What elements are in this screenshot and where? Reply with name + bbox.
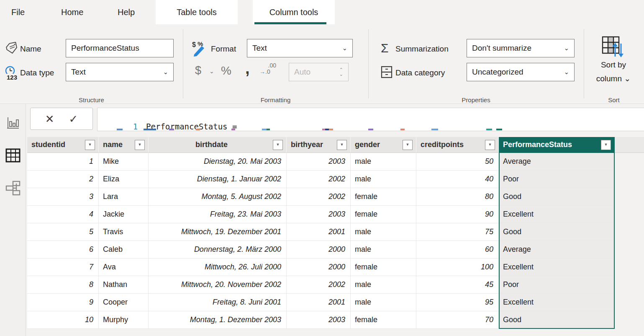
tab-table-tools[interactable]: Table tools [156, 0, 238, 24]
cell-birthyear[interactable]: 2001 [287, 223, 351, 241]
commit-formula-button[interactable]: ✓ [69, 114, 78, 124]
cell-creditpoints[interactable]: 45 [416, 276, 499, 294]
cell-name[interactable]: Jackie [99, 206, 149, 223]
cell-status[interactable]: Excellent [499, 294, 615, 311]
cell-creditpoints[interactable]: 50 [416, 153, 499, 171]
column-header-birthyear[interactable]: birthyear ▼ [287, 137, 351, 153]
cell-gender[interactable]: male [351, 241, 416, 258]
column-name-input[interactable]: PerformanceStatus [66, 39, 174, 57]
cell-studentid[interactable]: 10 [27, 311, 99, 329]
cell-creditpoints[interactable]: 95 [416, 294, 499, 311]
cell-creditpoints[interactable]: 80 [416, 188, 499, 206]
currency-format-chevron-icon[interactable]: ⌄ [209, 68, 214, 75]
column-filter-button[interactable]: ▼ [273, 140, 283, 150]
cell-creditpoints[interactable]: 60 [416, 241, 499, 258]
column-header-creditpoints[interactable]: creditpoints ▼ [416, 137, 499, 153]
column-filter-button[interactable]: ▼ [485, 140, 495, 150]
cell-gender[interactable]: male [351, 171, 416, 188]
cell-status[interactable]: Good [499, 188, 615, 206]
cell-birthdate[interactable]: Freitag, 23. Mai 2003 [149, 206, 287, 223]
cell-gender[interactable]: female [351, 258, 416, 276]
data-view-button[interactable] [5, 148, 21, 163]
cell-status[interactable]: Good [499, 311, 615, 329]
column-filter-button[interactable]: ▼ [337, 140, 347, 150]
cell-studentid[interactable]: 2 [27, 171, 99, 188]
cell-studentid[interactable]: 9 [27, 294, 99, 311]
cell-birthyear[interactable]: 2000 [287, 258, 351, 276]
cell-studentid[interactable]: 6 [27, 241, 99, 258]
currency-format-button[interactable]: $ [195, 64, 201, 77]
menu-home[interactable]: Home [61, 0, 83, 24]
column-filter-button[interactable]: ▼ [85, 140, 95, 150]
column-filter-button[interactable]: ▼ [403, 140, 413, 150]
cell-birthdate[interactable]: Mittwoch, 26. Juli 2000 [149, 258, 287, 276]
cell-name[interactable]: Mike [99, 153, 149, 171]
cell-name[interactable]: Murphy [99, 311, 149, 329]
cell-birthdate[interactable]: Mittwoch, 19. Dezember 2001 [149, 223, 287, 241]
cell-gender[interactable]: female [351, 188, 416, 206]
cell-gender[interactable]: female [351, 206, 416, 223]
cell-creditpoints[interactable]: 75 [416, 223, 499, 241]
cell-birthyear[interactable]: 2003 [287, 311, 351, 329]
cell-birthyear[interactable]: 2002 [287, 171, 351, 188]
dax-formula-editor[interactable]: 1PerformanceStatus = [97, 108, 644, 131]
column-header-studentid[interactable]: studentid ▼ [27, 137, 99, 153]
cell-creditpoints[interactable]: 40 [416, 171, 499, 188]
column-filter-button[interactable]: ▼ [135, 140, 145, 150]
cell-birthyear[interactable]: 2002 [287, 276, 351, 294]
cell-birthyear[interactable]: 2000 [287, 241, 351, 258]
cell-studentid[interactable]: 7 [27, 258, 99, 276]
cell-gender[interactable]: male [351, 223, 416, 241]
cell-name[interactable]: Travis [99, 223, 149, 241]
cell-status[interactable]: Poor [499, 276, 615, 294]
cell-creditpoints[interactable]: 70 [416, 311, 499, 329]
cell-status[interactable]: Good [499, 223, 615, 241]
menu-help[interactable]: Help [118, 0, 135, 24]
cell-status[interactable]: Excellent [499, 206, 615, 223]
cell-creditpoints[interactable]: 100 [416, 258, 499, 276]
cell-gender[interactable]: female [351, 311, 416, 329]
cell-birthyear[interactable]: 2003 [287, 206, 351, 223]
column-header-status[interactable]: PerformanceStatus ▼ [499, 137, 615, 153]
report-view-button[interactable] [5, 116, 21, 131]
cell-studentid[interactable]: 5 [27, 223, 99, 241]
tab-column-tools[interactable]: Column tools [253, 0, 335, 24]
cell-studentid[interactable]: 3 [27, 188, 99, 206]
cell-birthdate[interactable]: Montag, 5. August 2002 [149, 188, 287, 206]
menu-file[interactable]: File [11, 0, 25, 24]
cell-birthdate[interactable]: Freitag, 8. Juni 2001 [149, 294, 287, 311]
column-header-name[interactable]: name ▼ [99, 137, 149, 153]
cell-name[interactable]: Ava [99, 258, 149, 276]
cell-status[interactable]: Excellent [499, 258, 615, 276]
cell-birthyear[interactable]: 2002 [287, 188, 351, 206]
cell-name[interactable]: Nathan [99, 276, 149, 294]
cell-studentid[interactable]: 1 [27, 153, 99, 171]
decimal-places-icon[interactable]: .00 →.0 [259, 63, 276, 75]
format-dropdown[interactable]: Text ⌄ [247, 39, 353, 57]
model-view-button[interactable] [5, 181, 21, 196]
cell-birthdate[interactable]: Mittwoch, 20. November 2002 [149, 276, 287, 294]
cell-birthdate[interactable]: Dienstag, 1. Januar 2002 [149, 171, 287, 188]
cell-status[interactable]: Poor [499, 171, 615, 188]
column-filter-button[interactable]: ▼ [601, 140, 611, 150]
cell-birthyear[interactable]: 2003 [287, 153, 351, 171]
cell-name[interactable]: Lara [99, 188, 149, 206]
column-header-birthdate[interactable]: birthdate ▼ [149, 137, 287, 153]
cell-name[interactable]: Cooper [99, 294, 149, 311]
datatype-dropdown[interactable]: Text ⌄ [66, 63, 174, 81]
cell-studentid[interactable]: 4 [27, 206, 99, 223]
summarization-dropdown[interactable]: Don't summarize ⌄ [467, 39, 575, 57]
column-header-gender[interactable]: gender ▼ [351, 137, 416, 153]
cell-birthdate[interactable]: Dienstag, 20. Mai 2003 [149, 153, 287, 171]
cell-name[interactable]: Eliza [99, 171, 149, 188]
cell-birthyear[interactable]: 2001 [287, 294, 351, 311]
cell-gender[interactable]: male [351, 276, 416, 294]
thousands-separator-button[interactable]: , [245, 59, 250, 78]
sort-by-column-button[interactable]: Sort by column ⌄ [586, 34, 641, 95]
cell-status[interactable]: Average [499, 241, 615, 258]
cancel-formula-button[interactable]: ✕ [45, 114, 54, 124]
cell-status[interactable]: Average [499, 153, 615, 171]
cell-gender[interactable]: male [351, 153, 416, 171]
cell-birthdate[interactable]: Montag, 1. Dezember 2003 [149, 311, 287, 329]
percent-format-button[interactable]: % [221, 64, 231, 78]
